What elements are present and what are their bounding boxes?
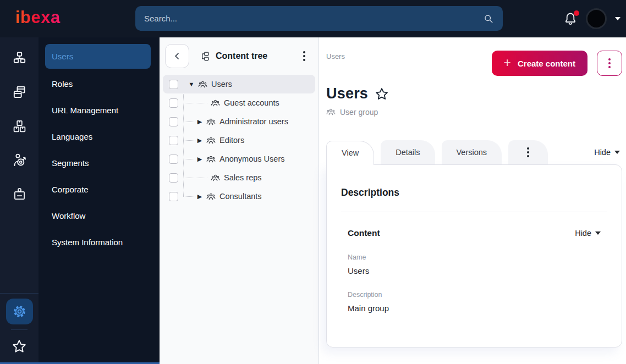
content-tree-list: ▼ Users Guest accounts ▶ Administrator u…: [163, 75, 315, 206]
audience-target-icon[interactable]: [0, 143, 39, 177]
tree-item[interactable]: ▶ Anonymous Users: [163, 150, 315, 168]
tree-item-checkbox[interactable]: [169, 192, 178, 201]
main-content: Users + Create content Users User group …: [319, 37, 626, 364]
tree-item-checkbox[interactable]: [169, 117, 178, 126]
sidebar-item-corporate[interactable]: Corporate: [45, 176, 151, 202]
create-content-button[interactable]: + Create content: [492, 51, 587, 76]
hide-toggle[interactable]: Hide: [594, 148, 622, 157]
search-bar: [135, 6, 503, 31]
page-title: Users: [326, 85, 368, 102]
plus-icon: +: [504, 57, 511, 69]
kebab-icon: [303, 55, 305, 57]
field-value-name: Users: [348, 266, 603, 275]
tree-item-checkbox[interactable]: [169, 80, 178, 89]
topbar: ibexa: [0, 0, 626, 37]
tree-item-checkbox[interactable]: [169, 173, 178, 183]
content-hide-toggle[interactable]: Hide: [575, 229, 603, 238]
user-menu-caret-icon[interactable]: [615, 17, 620, 23]
tree-item[interactable]: ▼ Users: [163, 75, 315, 93]
tree-icon: [200, 51, 211, 62]
expand-icon[interactable]: ▶: [196, 193, 203, 200]
content-tree-title: Content tree: [200, 51, 267, 62]
sidebar-item-system-information[interactable]: System Information: [45, 229, 151, 255]
user-group-icon: [211, 173, 220, 183]
tab-versions[interactable]: Versions: [442, 140, 502, 164]
page-actions: + Create content: [492, 51, 622, 76]
user-group-icon: [206, 117, 216, 126]
field-label-description: Description: [348, 291, 603, 299]
collapse-panel-button[interactable]: [165, 44, 189, 68]
pages-icon[interactable]: [0, 75, 39, 109]
sidebar-item-url-management[interactable]: URL Management: [45, 97, 151, 123]
search-input[interactable]: [144, 14, 483, 23]
tab-more-button[interactable]: [508, 140, 548, 164]
user-group-icon: [326, 107, 336, 117]
caret-down-icon: [595, 231, 601, 238]
expand-icon[interactable]: ▶: [196, 137, 203, 144]
sidebar-item-users[interactable]: Users: [45, 44, 151, 69]
caret-down-icon: [614, 151, 620, 157]
star-icon: [12, 339, 27, 354]
notification-badge: [574, 10, 579, 16]
sidebar-item-segments[interactable]: Segments: [45, 150, 151, 176]
chevron-left-icon: [172, 51, 183, 62]
expand-icon[interactable]: ▶: [196, 118, 203, 125]
tree-item[interactable]: Guest accounts: [163, 93, 315, 112]
catalog-boxes-icon[interactable]: [0, 109, 39, 143]
tabs: View Details Versions Hide: [326, 140, 622, 164]
avatar[interactable]: [586, 8, 607, 29]
content-structure-icon[interactable]: [0, 41, 39, 75]
kebab-icon: [608, 62, 611, 64]
descriptions-heading: Descriptions: [341, 187, 607, 198]
sidebar-item-workflow[interactable]: Workflow: [45, 202, 151, 229]
tab-details[interactable]: Details: [381, 140, 435, 164]
user-group-icon: [211, 98, 220, 108]
admin-settings-button[interactable]: [6, 299, 33, 324]
user-group-icon: [206, 192, 216, 201]
content-section: Content Hide Name Users Description Main…: [341, 212, 607, 313]
content-heading: Content: [348, 228, 380, 238]
field-label-name: Name: [348, 253, 603, 261]
rail-divider: [11, 329, 28, 330]
rail-bottom-section: [0, 293, 39, 364]
field-value-description: Main group: [348, 304, 603, 313]
user-group-icon: [206, 136, 216, 145]
breadcrumb[interactable]: Users: [326, 51, 345, 60]
content-type-label: User group: [326, 107, 622, 117]
gear-icon: [12, 304, 27, 319]
bookmark-star-icon[interactable]: [375, 87, 389, 101]
kebab-icon: [527, 151, 529, 153]
more-actions-button[interactable]: [597, 51, 622, 76]
content-tree-panel: Content tree ▼ Users Guest accounts ▶: [160, 37, 319, 364]
tree-item[interactable]: ▶ Administrator users: [163, 112, 315, 131]
tree-item-checkbox[interactable]: [169, 136, 178, 145]
id-badge-icon[interactable]: [0, 177, 39, 211]
expand-icon[interactable]: ▶: [196, 156, 203, 163]
sidebar-item-languages[interactable]: Languages: [45, 123, 151, 150]
notifications-button[interactable]: [563, 12, 578, 26]
tree-item[interactable]: ▶ Consultants: [163, 187, 315, 206]
ibexa-logo[interactable]: ibexa: [15, 8, 61, 27]
sidebar-item-roles[interactable]: Roles: [45, 70, 151, 97]
tree-item-checkbox[interactable]: [169, 98, 178, 108]
user-group-icon: [206, 155, 216, 164]
tab-view[interactable]: View: [326, 141, 374, 165]
view-tab-panel: Descriptions Content Hide Name Users Des…: [326, 164, 622, 348]
collapse-icon[interactable]: ▼: [188, 81, 195, 87]
content-tree-menu-button[interactable]: [298, 49, 311, 63]
content-tree-header: Content tree: [160, 37, 319, 71]
user-group-icon: [198, 80, 207, 89]
tree-item-checkbox[interactable]: [169, 155, 178, 164]
tree-item[interactable]: Sales reps: [163, 168, 315, 187]
side-menu: Users Roles URL Management Languages Seg…: [39, 37, 160, 364]
search-icon[interactable]: [483, 13, 494, 24]
tree-item[interactable]: ▶ Editors: [163, 131, 315, 150]
icon-rail: [0, 37, 39, 364]
bookmarks-button[interactable]: [0, 333, 39, 360]
topbar-actions: [563, 0, 620, 37]
